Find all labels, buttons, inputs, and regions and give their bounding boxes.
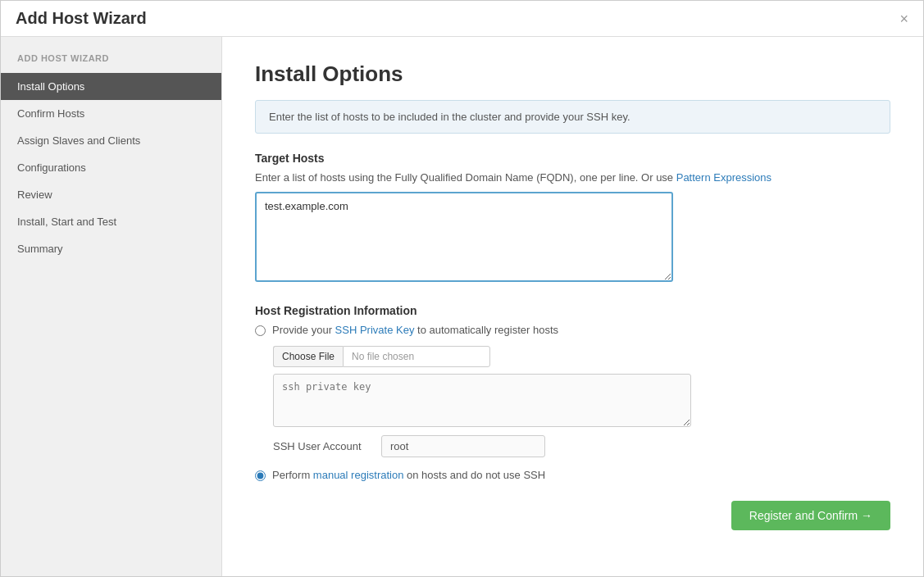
- modal-header: Add Host Wizard ×: [1, 1, 923, 37]
- target-hosts-title: Target Hosts: [255, 152, 890, 165]
- ssh-user-input[interactable]: [381, 435, 545, 457]
- manual-registration-link[interactable]: manual registration: [313, 469, 404, 481]
- modal-body: ADD HOST WIZARD Install Options Confirm …: [1, 37, 923, 576]
- manual-registration-label: Perform manual registration on hosts and…: [272, 469, 545, 481]
- main-content: Install Options Enter the list of hosts …: [222, 37, 923, 576]
- registration-section: Provide your SSH Private Key to automati…: [255, 324, 890, 481]
- ssh-user-label: SSH User Account: [273, 440, 371, 452]
- ssh-user-row: SSH User Account: [273, 435, 890, 457]
- target-hosts-description: Enter a list of hosts using the Fully Qu…: [255, 171, 890, 184]
- ssh-key-option: Provide your SSH Private Key to automati…: [255, 324, 890, 336]
- sidebar-item-install-options[interactable]: Install Options: [1, 73, 221, 100]
- page-title: Install Options: [255, 61, 890, 87]
- sidebar-item-assign-slaves[interactable]: Assign Slaves and Clients: [1, 127, 221, 154]
- hosts-textarea[interactable]: test.example.com: [255, 192, 673, 282]
- sidebar-item-configurations[interactable]: Configurations: [1, 154, 221, 181]
- sidebar: ADD HOST WIZARD Install Options Confirm …: [1, 37, 222, 576]
- pattern-expressions-link[interactable]: Pattern Expressions: [676, 171, 772, 184]
- sidebar-item-install-start-test[interactable]: Install, Start and Test: [1, 208, 221, 235]
- manual-registration-radio[interactable]: [255, 470, 266, 481]
- choose-file-button[interactable]: Choose File: [273, 346, 343, 367]
- footer-row: Register and Confirm →: [255, 501, 890, 530]
- modal-title: Add Host Wizard: [16, 9, 147, 28]
- file-name-display: No file chosen: [343, 346, 490, 367]
- sidebar-item-confirm-hosts[interactable]: Confirm Hosts: [1, 100, 221, 127]
- ssh-key-textarea[interactable]: [273, 374, 691, 427]
- close-button[interactable]: ×: [899, 11, 908, 26]
- ssh-private-key-link[interactable]: SSH Private Key: [335, 324, 415, 336]
- info-box: Enter the list of hosts to be included i…: [255, 100, 890, 134]
- file-input-row: Choose File No file chosen: [273, 346, 890, 367]
- sidebar-item-review[interactable]: Review: [1, 181, 221, 208]
- host-registration-title: Host Registration Information: [255, 304, 890, 317]
- ssh-key-label: Provide your SSH Private Key to automati…: [272, 324, 558, 336]
- sidebar-heading: ADD HOST WIZARD: [1, 53, 221, 73]
- register-confirm-button[interactable]: Register and Confirm →: [731, 501, 890, 530]
- sidebar-item-summary[interactable]: Summary: [1, 235, 221, 262]
- ssh-key-radio[interactable]: [255, 325, 266, 336]
- modal-wrapper: Add Host Wizard × ADD HOST WIZARD Instal…: [0, 0, 924, 577]
- manual-registration-option: Perform manual registration on hosts and…: [255, 469, 890, 481]
